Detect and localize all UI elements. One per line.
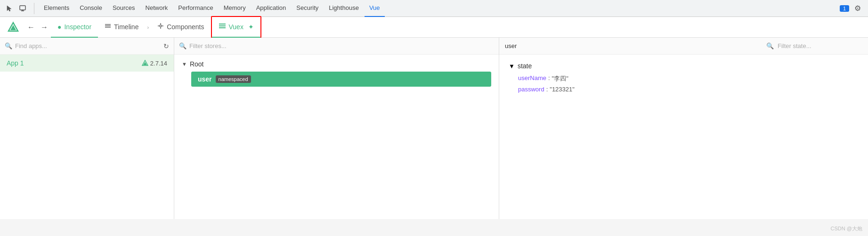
root-label: Root (190, 60, 204, 68)
state-value-password: "123321" (550, 86, 575, 93)
state-section-header: ▼ state (509, 62, 859, 70)
back-button[interactable]: ← (24, 21, 38, 34)
inspector-icon: ● (57, 23, 61, 31)
tab-memory[interactable]: Memory (219, 0, 251, 17)
inspect-icon[interactable] (17, 3, 28, 14)
svg-point-8 (160, 25, 162, 27)
store-name: user (198, 75, 212, 83)
state-colon-1: : (548, 74, 550, 83)
cursor-icon[interactable] (4, 3, 15, 14)
tab-vue[interactable]: Vue (365, 0, 385, 17)
tab-timeline[interactable]: Timeline (98, 17, 145, 38)
svg-rect-0 (20, 6, 25, 10)
tab-application[interactable]: Application (251, 0, 291, 17)
stores-search-input[interactable] (189, 42, 494, 49)
tab-sources[interactable]: Sources (108, 0, 140, 17)
vuex-icon (219, 23, 226, 31)
chevron-separator: › (147, 24, 149, 30)
svg-rect-13 (219, 24, 226, 24)
devtools-tabbar: Elements Console Sources Network Perform… (0, 0, 868, 17)
notification-badge: 1 (840, 5, 849, 12)
apps-panel: 🔍 ↻ App 1 2.7.14 (0, 38, 174, 219)
state-module-title: user (505, 42, 517, 49)
tab-lighthouse[interactable]: Lighthouse (324, 0, 364, 17)
vue-toolbar: ← → ● Inspector Timeline › (0, 17, 868, 38)
namespaced-badge: namespaced (216, 75, 251, 83)
section-label: state (518, 62, 532, 70)
tab-elements[interactable]: Elements (39, 0, 74, 17)
tab-vuex[interactable]: Vuex ✦ (212, 17, 260, 38)
devtools-icon-group (4, 3, 34, 14)
tab-components[interactable]: Components (151, 17, 211, 38)
svg-rect-7 (105, 27, 111, 28)
puzzle-icon: ✦ (248, 23, 254, 31)
apps-search-input[interactable] (15, 42, 161, 49)
tab-security[interactable]: Security (292, 0, 323, 17)
tab-inspector[interactable]: ● Inspector (51, 17, 98, 38)
app-row[interactable]: App 1 2.7.14 (0, 55, 174, 72)
root-tree-item: ▼ Root (182, 60, 491, 68)
svg-rect-5 (105, 24, 111, 25)
tabbar-right: 1 ⚙ (840, 2, 864, 15)
watermark: CSDN @大炮 (831, 225, 862, 232)
search-icon: 🔍 (179, 42, 187, 49)
stores-filter-bar: 🔍 (174, 38, 499, 55)
state-key-password: password (518, 86, 544, 93)
state-header: user 🔍 (499, 38, 868, 55)
store-tree: ▼ Root user namespaced (174, 55, 499, 92)
state-key-username: userName (518, 74, 546, 83)
components-icon (157, 23, 164, 31)
refresh-icon[interactable]: ↻ (163, 42, 169, 50)
settings-icon[interactable]: ⚙ (851, 2, 864, 15)
state-entry-username: userName : "李四" (518, 74, 859, 83)
vuex-tab-wrapper: Vuex ✦ (211, 16, 261, 39)
tab-network[interactable]: Network (141, 0, 173, 17)
tab-console[interactable]: Console (75, 0, 107, 17)
vue-version-logo (142, 60, 148, 66)
search-icon: 🔍 (766, 42, 774, 49)
svg-rect-14 (219, 25, 226, 26)
store-user-row[interactable]: user namespaced (191, 72, 491, 87)
app-name: App 1 (7, 59, 142, 67)
stores-panel: 🔍 ▼ Root user namespaced (174, 38, 499, 219)
main-content: 🔍 ↻ App 1 2.7.14 🔍 ▼ Root (0, 38, 868, 219)
triangle-icon: ▼ (182, 61, 187, 67)
timeline-icon (105, 23, 111, 31)
state-content: ▼ state userName : "李四" password : "1233… (499, 55, 868, 219)
svg-rect-15 (219, 27, 226, 28)
svg-rect-6 (105, 25, 111, 26)
section-triangle-icon: ▼ (509, 63, 515, 70)
state-entry-password: password : "123321" (518, 86, 859, 93)
forward-button[interactable]: → (38, 21, 51, 34)
state-value-username: "李四" (552, 74, 568, 83)
state-search-input[interactable] (778, 42, 862, 49)
state-section: ▼ state userName : "李四" password : "1233… (509, 62, 859, 93)
tab-performance[interactable]: Performance (173, 0, 218, 17)
app-version: 2.7.14 (142, 60, 167, 67)
vue-logo (6, 20, 21, 35)
apps-filter-bar: 🔍 ↻ (0, 38, 174, 55)
state-panel: user 🔍 ▼ state userName : "李四" password … (499, 38, 868, 219)
search-icon: 🔍 (5, 42, 12, 49)
state-colon-2: : (546, 86, 548, 93)
